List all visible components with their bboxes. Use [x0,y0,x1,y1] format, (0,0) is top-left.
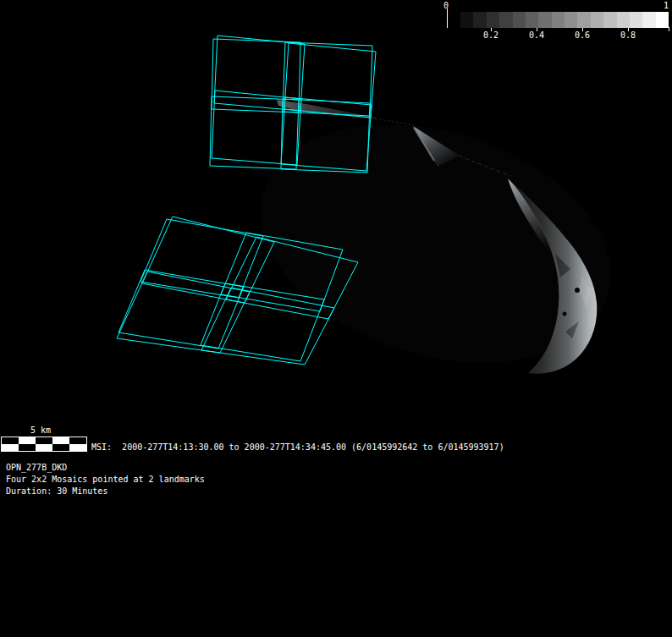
colorbar-tick-label: 0.2 [478,30,504,40]
colorbar-tick [447,8,448,28]
asteroid-feature [550,262,554,266]
scale-bar-cell [52,437,69,444]
scale-bar-cell [19,444,36,451]
colorbar-step [460,12,473,28]
colorbar-tick-label: 0.8 [615,30,641,40]
viewer-stage: 0 1 0.20.40.60.8 5 km MSI: 2000-277T14:1… [0,0,672,637]
colorbar-step [526,12,538,28]
colorbar-step [499,12,512,28]
colorbar-step [552,12,565,28]
scale-bar-cell [19,437,36,444]
scale-bar [1,437,87,452]
scale-bar-cell [2,444,19,451]
asteroid-feature [375,118,414,125]
colorbar-step [617,12,630,28]
scale-bar-cell [69,437,86,444]
colorbar-tick [669,27,669,31]
colorbar-gradient [460,12,669,28]
asteroid-feature [563,312,567,316]
colorbar-step [642,12,655,28]
mosaic-frame [140,219,263,298]
scale-bar-cell [52,444,69,451]
colorbar-step [473,12,486,28]
colorbar-step [577,12,590,28]
mosaic-frame [118,270,244,349]
scale-bar-cell [69,444,86,451]
colorbar: 0 1 0.20.40.60.8 [0,0,672,42]
scale-bar-cell [36,444,52,451]
scale-bar-cell [36,437,52,444]
colorbar-step [591,12,603,28]
colorbar-step [487,12,499,28]
asteroid-eros [232,85,641,403]
colorbar-step [656,12,669,28]
colorbar-step [513,12,526,28]
colorbar-step [538,12,551,28]
scale-bar-label: 5 km [1,426,80,435]
sequence-duration: Duration: 30 Minutes [6,486,107,497]
sequence-id: OPN_277B_DKD [6,462,67,473]
colorbar-step [603,12,616,28]
scale-bar-cell [2,437,19,444]
colorbar-tick-label: 0.4 [524,30,549,40]
status-line: MSI: 2000-277T14:13:30.00 to 2000-277T14… [91,442,504,453]
colorbar-max-label: 1 [664,1,669,10]
colorbar-step [630,12,642,28]
colorbar-step [565,12,577,28]
colorbar-tick-label: 0.6 [570,30,595,40]
sequence-description: Four 2x2 Mosaics pointed at 2 landmarks [6,474,205,485]
view-canvas[interactable] [0,0,672,637]
asteroid-feature [575,288,580,293]
